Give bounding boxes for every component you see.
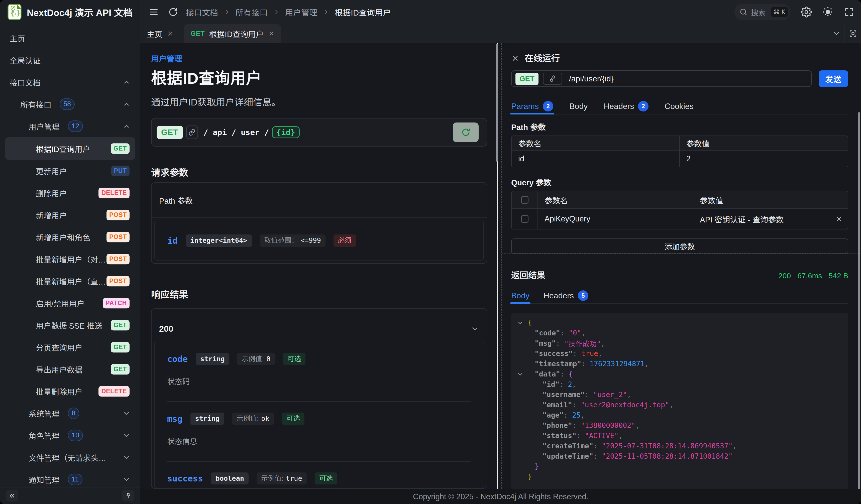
- sidebar-item-all-apis[interactable]: 所有接口 58: [0, 93, 140, 115]
- param-value-cell[interactable]: 2: [680, 151, 848, 167]
- send-button[interactable]: 发送: [819, 70, 848, 87]
- logo[interactable]: { } NextDoc4j 演示 API 文档: [0, 0, 140, 20]
- breadcrumb-item[interactable]: 接口文档: [186, 6, 218, 18]
- menu-icon[interactable]: [149, 7, 159, 17]
- json-punctuation: ,: [572, 380, 576, 389]
- response-status-row[interactable]: 200: [152, 309, 487, 342]
- sidebar-item-role-mgmt[interactable]: 角色管理 10: [0, 424, 140, 446]
- json-key: "age": [543, 411, 563, 419]
- sidebar-item-label: 根据ID查询用户: [36, 143, 90, 154]
- runner-scrollbar-thumb[interactable]: [858, 112, 860, 489]
- breadcrumb-item[interactable]: 用户管理: [285, 6, 317, 18]
- url-input[interactable]: GET /api/user/{id}: [511, 70, 812, 87]
- row-checkbox[interactable]: [512, 209, 538, 229]
- json-key: "username": [543, 391, 585, 399]
- theme-toggle-icon[interactable]: [822, 6, 833, 17]
- sidebar-item-system-mgmt[interactable]: 系统管理 8: [0, 402, 140, 424]
- app-logo-icon: { }: [7, 4, 22, 20]
- method-select[interactable]: GET: [516, 73, 538, 85]
- tab-params[interactable]: Params 2: [511, 98, 553, 114]
- tab-result-body[interactable]: Body: [511, 288, 530, 303]
- example-value: ok: [261, 415, 269, 423]
- tab-home[interactable]: 主页: [140, 24, 180, 43]
- chevron-down-icon: [123, 476, 130, 483]
- sidebar-item-user-sse[interactable]: 用户数据 SSE 推送GET: [0, 314, 140, 336]
- close-icon[interactable]: [268, 30, 275, 37]
- sidebar-item-label: 新增用户: [36, 209, 67, 221]
- copy-link-icon[interactable]: [186, 126, 198, 139]
- sidebar-item-create-user-role[interactable]: 新增用户和角色POST: [0, 226, 140, 248]
- sidebar-item-update-user[interactable]: 更新用户PUT: [0, 160, 140, 182]
- column-header-value: 参数值: [693, 191, 848, 208]
- select-all-checkbox[interactable]: [512, 191, 538, 208]
- sidebar-item-get-user-by-id[interactable]: 根据ID查询用户GET: [5, 137, 135, 160]
- close-runner-icon[interactable]: [511, 54, 519, 62]
- count-badge: 10: [68, 430, 83, 441]
- sidebar-item-export-users[interactable]: 导出用户数据GET: [0, 358, 140, 380]
- field-optional-badge: 可选: [315, 473, 337, 485]
- tab-get-user-by-id[interactable]: GET 根据ID查询用户: [184, 24, 281, 43]
- tab-cookies[interactable]: Cookies: [665, 98, 694, 114]
- sidebar-item-batch-create-direct[interactable]: 批量新增用户（直接…POST: [0, 270, 140, 292]
- field-optional-badge: 可选: [283, 353, 305, 365]
- json-key: "status": [543, 432, 576, 440]
- topbar: 接口文档 所有接口 用户管理 根据ID查询用户 搜索 ⌘ K: [140, 0, 861, 24]
- tab-body[interactable]: Body: [569, 98, 588, 114]
- sidebar-item-user-mgmt[interactable]: 用户管理 12: [0, 115, 140, 137]
- sidebar-item-toggle-user[interactable]: 启用/禁用用户PATCH: [0, 292, 140, 314]
- remove-row-icon[interactable]: [836, 216, 842, 222]
- tab-result-headers[interactable]: Headers 5: [544, 288, 588, 303]
- tab-list-chevron-down-icon[interactable]: [828, 24, 845, 43]
- fullscreen-icon[interactable]: [844, 7, 855, 17]
- sidebar-item-delete-user[interactable]: 删除用户DELETE: [0, 182, 140, 204]
- sidebar-item-batch-create-obj[interactable]: 批量新增用户（对象…POST: [0, 248, 140, 270]
- collapse-sidebar-button[interactable]: [6, 490, 18, 502]
- tabbar: 主页 GET 根据ID查询用户: [140, 24, 861, 43]
- sidebar-item-batch-delete[interactable]: 批量删除用户DELETE: [0, 380, 140, 402]
- panel-resizer[interactable]: [498, 43, 502, 489]
- chevron-up-icon: [123, 100, 130, 108]
- json-value: "user_2": [593, 391, 627, 399]
- close-icon[interactable]: [167, 30, 174, 37]
- sidebar-item-page-query[interactable]: 分页查询用户GET: [0, 336, 140, 358]
- sidebar-item-notice-mgmt[interactable]: 通知管理 11: [0, 468, 140, 487]
- chevron-right-icon: [223, 9, 230, 15]
- param-name-cell[interactable]: ApiKeyQuery: [538, 209, 693, 229]
- refresh-endpoint-button[interactable]: [453, 123, 479, 142]
- breadcrumb-item[interactable]: 所有接口: [235, 6, 268, 18]
- horizontal-resizer[interactable]: [502, 253, 861, 256]
- json-line: "msg": "操作成功",: [516, 338, 848, 348]
- checkbox[interactable]: [521, 215, 529, 223]
- tab-headers[interactable]: Headers 2: [604, 98, 648, 114]
- tabbar-actions: [828, 24, 861, 43]
- add-param-button[interactable]: 添加参数: [511, 238, 848, 254]
- maximize-pane-icon[interactable]: [845, 24, 861, 43]
- sidebar-item-create-user[interactable]: 新增用户POST: [0, 204, 140, 226]
- range-label: 取值范围：: [264, 237, 298, 244]
- param-value-cell[interactable]: API 密钥认证 - 查询参数: [693, 209, 848, 229]
- runner-pane: 在线运行 GET /api/user/{id} 发送 Params: [502, 43, 861, 489]
- settings-gear-icon[interactable]: [801, 6, 812, 17]
- plug-icon[interactable]: [543, 73, 562, 85]
- sidebar-item-global-auth[interactable]: 全局认证: [0, 49, 140, 71]
- json-punctuation: ,: [636, 421, 640, 430]
- doc-group-link[interactable]: 用户管理: [151, 55, 487, 64]
- json-punctuation: :: [560, 329, 569, 337]
- response-card: 200 code string 示例值:0 可选: [151, 308, 487, 489]
- doc-scrollbar-thumb[interactable]: [496, 44, 498, 162]
- collapse-icon[interactable]: [516, 319, 528, 326]
- method-badge: GET: [111, 320, 129, 331]
- sidebar-item-file-mgmt[interactable]: 文件管理（无请求头）…: [0, 446, 140, 468]
- json-value: "13800000002": [580, 421, 636, 430]
- collapse-icon[interactable]: [516, 371, 528, 378]
- sidebar-item-home[interactable]: 主页: [0, 27, 140, 49]
- checkbox[interactable]: [521, 196, 529, 204]
- doc-scrollbar-track[interactable]: [497, 43, 498, 489]
- field-type-badge: boolean: [211, 473, 249, 485]
- search-input[interactable]: 搜索 ⌘ K: [734, 4, 790, 20]
- pin-sidebar-button[interactable]: [122, 490, 134, 502]
- refresh-icon[interactable]: [168, 7, 178, 17]
- sidebar-item-api-docs[interactable]: 接口文档: [0, 71, 140, 93]
- path-param-chip: {id}: [272, 126, 300, 138]
- field-line: msg string 示例值:ok 可选: [167, 412, 471, 424]
